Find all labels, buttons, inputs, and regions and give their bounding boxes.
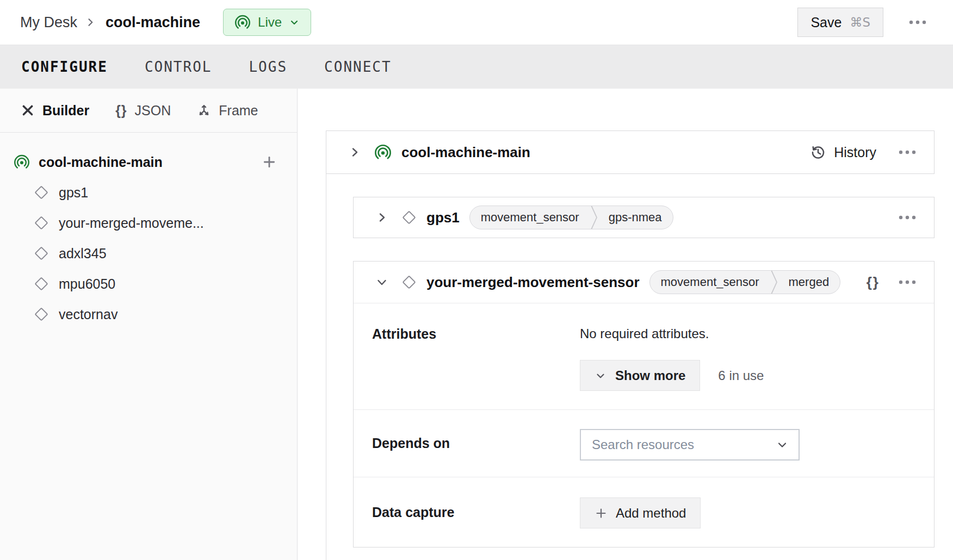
component-diamond-icon: [34, 276, 49, 291]
tag-separator-icon: [590, 206, 598, 229]
depends-on-label: Depends on: [372, 435, 450, 451]
tree-item-label: gps1: [59, 185, 88, 201]
live-status-label: Live: [258, 15, 282, 30]
part-card-title: cool-machine-main: [401, 144, 530, 161]
broadcast-icon: [374, 144, 392, 161]
part-overflow-menu-button[interactable]: [895, 146, 920, 158]
resource-card-merged-sensor: your-merged-movement-sensor movement_sen…: [353, 261, 935, 547]
resource-card-header: your-merged-movement-sensor movement_sen…: [354, 262, 934, 303]
component-diamond-icon: [401, 275, 417, 290]
component-diamond-icon: [34, 246, 49, 261]
plus-icon: [595, 507, 608, 520]
breadcrumb-current: cool-machine: [106, 14, 200, 31]
resource-tree: cool-machine-main gps1 your-merged-movem…: [0, 133, 297, 329]
ellipsis-icon: [898, 279, 917, 285]
chevron-right-icon: [85, 17, 96, 28]
broadcast-icon: [14, 154, 30, 170]
tag-type-label: movement_sensor: [470, 206, 590, 229]
tree-item-adxl345[interactable]: adxl345: [0, 238, 297, 269]
data-capture-label: Data capture: [372, 505, 454, 520]
ellipsis-icon: [898, 215, 917, 220]
save-shortcut-hint: ⌘S: [850, 15, 870, 29]
depends-on-select[interactable]: [580, 429, 800, 461]
tree-item-label: mpu6050: [59, 276, 115, 292]
view-tab-json[interactable]: {} JSON: [115, 103, 171, 119]
config-view-tabs: Builder {} JSON Frame: [0, 89, 297, 133]
expand-resource-button[interactable]: [372, 208, 392, 227]
chevron-down-icon: [289, 17, 300, 28]
component-diamond-icon: [34, 307, 49, 322]
attributes-empty-text: No required attributes.: [580, 326, 709, 341]
show-more-label: Show more: [615, 368, 685, 383]
search-resources-input[interactable]: [592, 437, 776, 452]
save-button[interactable]: Save ⌘S: [797, 8, 883, 37]
tag-model-label: merged: [778, 271, 840, 294]
main-tab-bar: CONFIGURE CONTROL LOGS CONNECT: [0, 45, 953, 89]
chevron-down-icon: [776, 438, 789, 451]
show-more-button[interactable]: Show more: [580, 360, 700, 391]
tree-item-merged-sensor[interactable]: your-merged-moveme...: [0, 208, 297, 238]
part-nesting-line: [326, 174, 326, 560]
view-tab-builder[interactable]: Builder: [21, 103, 89, 119]
component-diamond-icon: [401, 210, 417, 225]
braces-icon: {}: [867, 274, 880, 290]
app-header: My Desk cool-machine Live Save ⌘S: [0, 0, 953, 45]
tree-item-gps1[interactable]: gps1: [0, 177, 297, 208]
tag-separator-icon: [770, 271, 778, 294]
component-diamond-icon: [34, 185, 49, 200]
view-tab-builder-label: Builder: [42, 103, 89, 119]
history-button-label: History: [834, 145, 876, 160]
frame-axes-icon: [197, 103, 211, 117]
part-card-main: cool-machine-main History: [326, 130, 935, 174]
tab-configure[interactable]: CONFIGURE: [21, 59, 108, 75]
depends-on-section: Depends on: [354, 410, 934, 477]
view-tab-frame-label: Frame: [219, 103, 258, 119]
tree-item-label: vectornav: [59, 307, 117, 322]
tree-item-label: adxl345: [59, 246, 107, 262]
view-tab-frame[interactable]: Frame: [197, 103, 258, 119]
live-status-dropdown[interactable]: Live: [223, 9, 311, 36]
data-capture-section: Data capture Add method: [354, 477, 934, 548]
tab-connect[interactable]: CONNECT: [324, 59, 392, 75]
chevron-down-icon: [595, 370, 607, 382]
tree-item-label: cool-machine-main: [39, 154, 163, 170]
chevron-down-icon: [375, 276, 388, 289]
tag-type-label: movement_sensor: [650, 271, 770, 294]
expand-part-button[interactable]: [345, 142, 364, 162]
history-clock-icon: [810, 144, 826, 160]
resource-card-title: gps1: [426, 209, 460, 226]
resource-overflow-menu-button[interactable]: [895, 276, 920, 288]
add-method-button[interactable]: Add method: [580, 497, 701, 528]
view-tab-json-label: JSON: [135, 103, 171, 119]
broadcast-icon: [234, 14, 251, 30]
resource-card-gps1: gps1 movement_sensor gps-nmea: [353, 197, 935, 238]
edit-json-button[interactable]: {}: [867, 274, 880, 291]
history-button[interactable]: History: [810, 144, 876, 160]
add-resource-button[interactable]: [260, 153, 279, 171]
tree-item-vectornav[interactable]: vectornav: [0, 299, 297, 329]
save-button-label: Save: [810, 15, 841, 30]
ellipsis-icon: [908, 20, 927, 25]
header-overflow-menu-button[interactable]: [905, 16, 930, 28]
tools-icon: [21, 103, 35, 117]
tab-logs[interactable]: LOGS: [249, 59, 287, 75]
attributes-in-use-count: 6 in use: [718, 368, 764, 383]
tag-model-label: gps-nmea: [598, 206, 673, 229]
attributes-section: Attributes No required attributes. Show …: [354, 303, 934, 410]
tree-item-mpu6050[interactable]: mpu6050: [0, 269, 297, 299]
chevron-right-icon: [348, 146, 361, 159]
add-method-label: Add method: [616, 506, 686, 521]
plus-icon: [262, 155, 276, 169]
component-diamond-icon: [34, 215, 49, 231]
resource-type-tag: movement_sensor merged: [649, 270, 841, 294]
ellipsis-icon: [898, 150, 917, 155]
tab-control[interactable]: CONTROL: [145, 59, 212, 75]
breadcrumb-parent[interactable]: My Desk: [20, 14, 77, 31]
resource-overflow-menu-button[interactable]: [895, 211, 920, 223]
collapse-resource-button[interactable]: [372, 272, 392, 292]
resource-type-tag: movement_sensor gps-nmea: [469, 206, 673, 229]
tree-item-label: your-merged-moveme...: [59, 215, 204, 231]
attributes-label: Attributes: [372, 326, 436, 342]
tree-item-main-part[interactable]: cool-machine-main: [0, 147, 297, 177]
chevron-right-icon: [375, 211, 388, 224]
